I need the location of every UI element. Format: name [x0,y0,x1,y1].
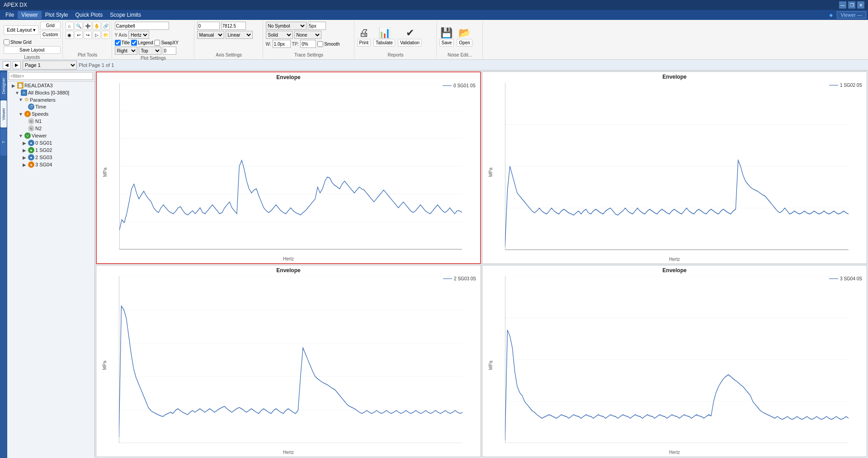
tool-2[interactable]: ↩ [75,31,83,39]
show-grid-checkbox[interactable]: Show Grid [4,39,32,45]
tp-input[interactable] [300,40,316,48]
restore-button[interactable]: ❐ [848,1,855,9]
linear-select[interactable]: Linear [226,31,253,39]
sidebar-tab-designer[interactable]: Designer [0,72,7,99]
menu-plot-style[interactable]: Plot Style [42,11,72,19]
chart-y-label-2: MPa [488,167,493,177]
solid-select[interactable]: Solid [266,31,293,39]
tool-1[interactable]: ◉ [66,31,74,39]
trace-settings-group: No Symbol Solid None W: TP: Smooth Trace… [264,21,354,58]
tabulate-button[interactable]: Tabulate [373,39,395,47]
nav-zoom-in[interactable]: 🔍 [75,22,83,30]
tree-icon-sg02: ● [28,147,34,153]
menu-viewer[interactable]: Viewer [18,11,41,19]
app-title: APEX DX [4,2,27,8]
show-grid-input[interactable] [4,39,9,45]
chart-svg-3: MPa Hertz 0 0.1 0.2 0.3 0.4 0.5 [96,274,481,457]
w-input[interactable] [273,40,291,48]
symbol-size-input[interactable] [308,22,326,30]
tree-item-sg04[interactable]: ▶ ● 3 SG04 [7,161,94,168]
tree-item-sg02[interactable]: ▶ ● 1 SG02 [7,146,94,154]
chart-panel-3[interactable]: Envelope 2 SG03 0S MPa Hertz 0 [96,265,481,458]
noise-edit-top: 💾 Save 📂 Open [439,22,481,52]
nav-pan[interactable]: ✋ [93,22,101,30]
chart-x-label-2: Hertz [669,257,680,262]
tree-icon-sg03: ● [28,154,34,161]
smooth-checkbox[interactable]: Smooth [317,41,340,47]
nav-zoom-out[interactable]: ➕ [84,22,92,30]
tree-item-sg03[interactable]: ▶ ● 2 SG03 [7,154,94,161]
sidebar-tab-viewer[interactable]: Viewer [0,100,7,127]
page-select[interactable]: Page 1 [23,61,77,70]
page-next[interactable]: ▶ [13,61,21,69]
top-select[interactable]: Top [139,47,161,55]
menu-quick-plots[interactable]: Quick Plots [72,11,107,19]
tree-item-all-blocks[interactable]: ▼ A All Blocks [0-3880] [7,89,94,96]
save-icon: 💾 [440,27,453,39]
menu-scope-limits[interactable]: Scope Limits [106,11,145,19]
manual-select[interactable]: Manual [197,31,224,39]
tree-icon-realdata3: 📄 [17,82,24,89]
none-fill-select[interactable]: None [294,31,321,39]
axis-settings-label: Axis Settings [197,52,261,57]
plot-name-input[interactable] [115,22,169,30]
trace-settings-label: Trace Settings [266,52,352,57]
close-button[interactable]: ✕ [857,1,864,9]
print-button[interactable]: Print [357,39,371,47]
status-icon: ● [829,11,833,19]
legend-checkbox[interactable]: Legend [131,40,153,46]
tree-item-n1[interactable]: N N1 [7,118,94,125]
tree-item-realdata3[interactable]: ▶ 📄 REALDATA3 [7,82,94,89]
tool-3[interactable]: ↪ [84,31,92,39]
tree-icon-viewer: V [24,132,31,139]
y-min-input[interactable] [197,22,220,30]
tabulate-icon: 📊 [378,27,391,39]
edit-layout-button[interactable]: Edit Layout ▾ [4,25,39,35]
tool-5[interactable]: 📁 [102,31,110,39]
title-checkbox[interactable]: Title [115,40,130,46]
sidebar-tab-help[interactable]: ? [0,128,7,156]
open-button[interactable]: Open [457,39,472,47]
layouts-label: Layouts [4,54,61,60]
viewer-badge: Viewer — [837,11,866,19]
swapxy-checkbox[interactable]: SwapXY [154,40,178,46]
page-selector-bar: ◀ ▶ Page 1 Plot Page 1 of 1 [0,60,868,71]
layouts-group: Edit Layout ▾ Grid Custom Show Grid Save… [2,21,63,58]
tree-item-n2[interactable]: N N2 [7,125,94,132]
custom-button[interactable]: Custom [40,31,60,38]
tree-item-sg01[interactable]: ▶ ● 0 SG01 [7,139,94,146]
tree-item-viewer[interactable]: ▼ V Viewer [7,132,94,139]
grid-button[interactable]: Grid [40,22,60,29]
tool-4[interactable]: ▷ [93,31,101,39]
page-prev[interactable]: ◀ [3,61,11,69]
tree-item-speeds[interactable]: ▼ ⚡ Speeds [7,110,94,118]
chart-x-label-4: Hertz [669,450,680,455]
no-symbol-select[interactable]: No Symbol [266,22,307,30]
chart-panel-1[interactable]: Envelope 0 SG01 0S MPa Hertz [96,71,481,264]
print-icon: 🖨 [359,27,369,39]
minimize-button[interactable]: — [839,1,846,9]
y-axis-select[interactable]: Hertz [128,31,149,39]
chart-panel-4[interactable]: Envelope 3 SG04 0S MPa Hertz 0 0.2 [482,265,867,458]
save-layout-button[interactable]: Save Layout [4,46,61,54]
chart-y-label-1: MPa [103,167,108,177]
tree-item-time[interactable]: ⏱ Time [7,103,94,110]
save-button[interactable]: Save [439,39,454,47]
y-max-input[interactable] [221,22,246,30]
filter-box [7,71,94,82]
filter-input[interactable] [9,72,93,80]
noise-edit-label: Noise Edit... [439,52,481,57]
sidebar: Designer Viewer ? ▶ 📄 REALDATA3 ▼ A All … [0,71,95,458]
nav-home[interactable]: ⌂ [66,22,74,30]
title-bar: APEX DX — ❐ ✕ [0,0,868,10]
sidebar-content: ▶ 📄 REALDATA3 ▼ A All Blocks [0-3880] ▼ … [7,71,94,458]
nav-link[interactable]: 🔗 [102,22,110,30]
chart-svg-element-3: 0 0.1 0.2 0.3 0.4 0.5 0 1,000 2,000 3,00… [119,276,462,444]
menu-file[interactable]: File [2,11,18,19]
offset-input[interactable] [163,47,176,55]
chart-panel-2[interactable]: Envelope 1 SG02 0S MPa Hertz 0 0.2 [482,71,867,264]
layouts-top: Edit Layout ▾ Grid Custom [4,22,61,38]
tree-item-parameters[interactable]: ▼ ⚙ Parameters [7,96,94,103]
align-select[interactable]: Right [115,47,137,55]
validation-button[interactable]: Validation [398,39,422,47]
